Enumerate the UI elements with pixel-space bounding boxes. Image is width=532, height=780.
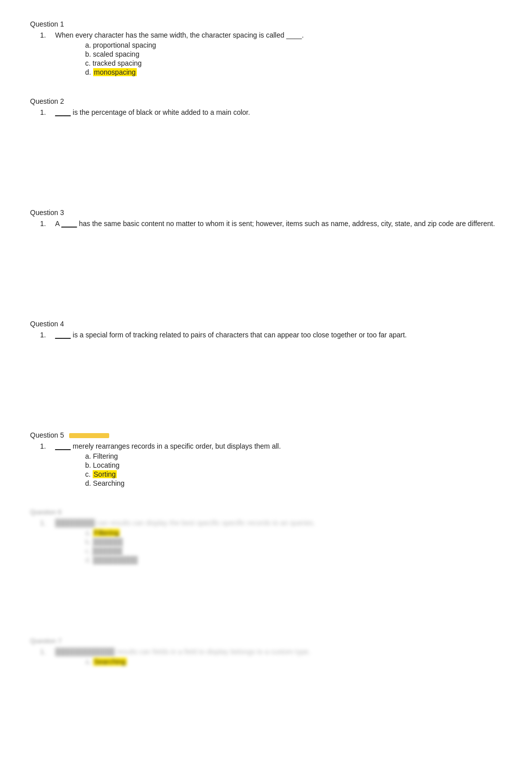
question-3-label: Question 3 [30,209,502,217]
choice-d: d. monospacing [85,68,502,76]
question-2-item: 1. ____ is the percentage of black or wh… [40,108,502,116]
question-3-block: Question 3 1. A ____ has the same basic … [30,209,502,300]
question-2-label: Question 2 [30,97,502,105]
question-4-label: Question 4 [30,320,502,328]
choice-b: b. ██████ [85,538,502,546]
question-5-choices: a. Filtering b. Locating c. Sorting d. S… [85,452,502,487]
question-1-text: When every character has the same width,… [55,31,304,39]
question-7-text: ████████████ results can fields in a fie… [55,648,311,656]
choice-c: c. Sorting [85,470,502,478]
question-4-text: ____ is a special form of tracking relat… [55,331,407,339]
choice-a: a. proportional spacing [85,41,502,49]
item-number: 1. [40,648,55,667]
choice-a-highlighted: a. Filtering [85,529,502,537]
choice-c: c. tracked spacing [85,59,502,67]
question-1-item: 1. When every character has the same wid… [40,31,502,77]
question-1-choices: a. proportional spacing b. scaled spacin… [85,41,502,76]
question-5-label: Question 5 [30,431,502,439]
highlighted-answer: Sorting [93,470,117,478]
choice-a-highlighted: a. Searching [85,658,502,666]
question-7-item: 1. ████████████ results can fields in a … [40,648,502,667]
question-2-text: ____ is the percentage of black or white… [55,108,250,116]
question-4-block: Question 4 1. ____ is a special form of … [30,320,502,411]
item-content: ████████████ results can fields in a fie… [55,648,502,667]
question-3-text: A ____ has the same basic content no mat… [55,220,495,228]
question-7-choices: a. Searching [85,658,502,666]
question-6-block: Question 6 1. ████████ can results can d… [30,508,502,617]
choice-d: d. Searching [85,479,502,487]
item-number: 1. [40,442,55,488]
question-6-text: ████████ can results can display the bes… [55,519,315,527]
question-1-label: Question 1 [30,20,502,28]
item-number: 1. [40,31,55,77]
item-content: ____ is a special form of tracking relat… [55,331,502,339]
item-content: ____ is the percentage of black or white… [55,108,502,116]
question-5-highlight-bar [69,433,109,438]
choice-b: b. scaled spacing [85,50,502,58]
item-content: ____ merely rearranges records in a spec… [55,442,502,488]
choice-b: b. Locating [85,461,502,469]
choice-a: a. Filtering [85,452,502,460]
question-5-block: Question 5 1. ____ merely rearranges rec… [30,431,502,488]
question-1-block: Question 1 1. When every character has t… [30,20,502,77]
question-4-item: 1. ____ is a special form of tracking re… [40,331,502,339]
question-2-block: Question 2 1. ____ is the percentage of … [30,97,502,188]
item-content: A ____ has the same basic content no mat… [55,220,502,228]
item-number: 1. [40,519,55,565]
question-5-item: 1. ____ merely rearranges records in a s… [40,442,502,488]
question-7-block: Question 7 1. ████████████ results can f… [30,637,502,667]
question-7-label: Question 7 [30,637,70,645]
question-6-choices: a. Filtering b. ██████ c. ██████ d. ████… [85,529,502,564]
choice-d: d. █████████ [85,556,502,564]
question-6-label: Question 6 [30,508,70,516]
item-content: ████████ can results can display the bes… [55,519,502,565]
item-number: 1. [40,331,55,339]
item-number: 1. [40,220,55,228]
item-content: When every character has the same width,… [55,31,502,77]
question-3-item: 1. A ____ has the same basic content no … [40,220,502,228]
question-5-text: ____ merely rearranges records in a spec… [55,442,281,450]
question-6-item: 1. ████████ can results can display the … [40,519,502,565]
choice-c: c. ██████ [85,547,502,555]
highlighted-answer: monospacing [93,68,137,76]
item-number: 1. [40,108,55,116]
